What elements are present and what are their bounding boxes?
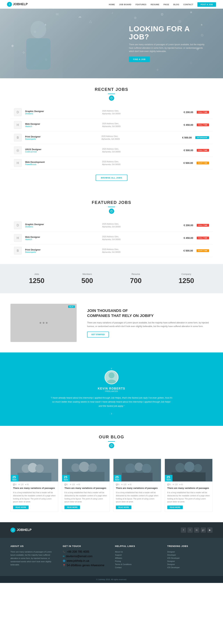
- dot-2: [43, 322, 45, 324]
- table-row[interactable]: D Graphic Designer Devitems 2020 Address…: [11, 106, 212, 119]
- blog-meta-2: 💬 5 👁 120 ♥ 45: [62, 482, 110, 486]
- video-description: There are many variations of passages of…: [87, 321, 212, 328]
- stat-jobs: Jobs 1250: [29, 273, 45, 284]
- footer-trending-col: Trending Jobs Designer Developer iOS Dev…: [167, 545, 212, 569]
- blog-card-2: 25 NOV 💬 5 👁 120 ♥ 45 There are many var…: [62, 459, 110, 512]
- trending-1[interactable]: Designer: [167, 550, 212, 553]
- recent-jobs-section: RECENT JOBS D Graphic Designer Devitems …: [0, 78, 223, 191]
- featured-jobs-title: FEATURED JOBS: [0, 200, 223, 205]
- read-more-button-4[interactable]: READ MORE: [167, 506, 183, 509]
- social-googleplus[interactable]: g+: [201, 528, 206, 533]
- blog-day-1: 25: [12, 476, 17, 479]
- read-more-button-1[interactable]: READ MORE: [13, 506, 29, 509]
- footer-links-col: Helpful Links About Us Support Affiliate…: [115, 545, 160, 569]
- footer-logo: J JOBHELP: [11, 528, 32, 532]
- blog-comments-1: 💬 5: [13, 484, 17, 486]
- social-linkedin[interactable]: in: [194, 528, 199, 533]
- trending-6[interactable]: iOS Developer: [167, 566, 212, 569]
- footer-link-5[interactable]: Terms & Conditions: [115, 563, 160, 566]
- table-row[interactable]: H Web Designer Hastech 2020 Address Glen…: [11, 119, 212, 131]
- job-tag-1: FULL TIME: [197, 111, 209, 114]
- footer-about-col: About Us There are many variations of pa…: [11, 545, 56, 569]
- video-player[interactable]: PLAY: [11, 304, 77, 342]
- read-more-button-2[interactable]: READ MORE: [65, 506, 80, 509]
- get-started-button[interactable]: GET STARTED: [87, 332, 109, 338]
- trending-4[interactable]: Designer: [167, 560, 212, 563]
- table-row[interactable]: B Print Designer Boonexperts 2020 Addres…: [11, 131, 212, 144]
- job-info-1: Graphic Designer Devitems: [25, 110, 99, 115]
- nav-resume[interactable]: RESUME: [151, 4, 159, 6]
- stat-members-number: 500: [81, 277, 93, 284]
- job-info-2: Web Designer Hastech: [25, 123, 99, 127]
- blog-post-title-2: There are many variations of passages: [65, 486, 107, 490]
- contact-email-item: ✉ devitems@email.com: [63, 555, 108, 558]
- svg-point-27: [142, 464, 151, 473]
- feat-job-company-1: Devitems: [25, 226, 99, 228]
- trending-3[interactable]: iOS Developer: [167, 556, 212, 560]
- nav-jobboard[interactable]: JOB BOARD: [119, 4, 132, 6]
- stat-jobs-label: Jobs: [29, 273, 45, 276]
- footer-link-6[interactable]: Contact: [115, 566, 160, 569]
- svg-point-20: [71, 464, 80, 472]
- footer-link-4[interactable]: Pricing: [115, 560, 160, 563]
- logo[interactable]: J JOBHELP: [7, 2, 28, 7]
- job-info-3: Print Designer Boonexperts: [25, 135, 98, 140]
- feat-job-title-3: Print Designer: [25, 248, 99, 251]
- feat-job-location-1: 2020 Address Glen,Alpharetta, GA 30009: [102, 222, 176, 228]
- table-row[interactable]: H Web Development PowerBoosts 2020 Addre…: [11, 157, 212, 170]
- stat-members: Members 500: [81, 273, 93, 284]
- footer-trending-list: Designer Developer iOS Developer Designe…: [167, 550, 212, 569]
- job-location-3: 2020 Address Glen,Alpharetta, GA 30009: [101, 135, 174, 140]
- contact-phone: +86 208 785 4005: [67, 550, 89, 553]
- social-facebook[interactable]: f: [181, 528, 186, 533]
- trending-5[interactable]: Designer: [167, 563, 212, 566]
- blog-excerpt-1: It is a long established fact that a rea…: [13, 491, 56, 503]
- nav-post-job[interactable]: POST A JOB: [197, 2, 216, 7]
- blog-excerpt-3: It is a long established fact that a rea…: [116, 491, 158, 503]
- job-location-5: 2020 Address Glen,Alpharetta, GA 30009: [102, 160, 176, 166]
- social-twitter[interactable]: t: [187, 528, 193, 533]
- svg-point-17: [35, 464, 44, 473]
- svg-rect-28: [122, 473, 153, 481]
- stat-company: Company 1250: [178, 273, 194, 284]
- testimonial-role: FREELANCER: [18, 390, 205, 392]
- svg-point-8: [111, 211, 112, 212]
- job-icon-5: H: [14, 159, 22, 167]
- browse-all-jobs-button[interactable]: BROWSE ALL JOBS: [96, 175, 127, 181]
- hero-cta-button[interactable]: FIND A JOB: [129, 56, 150, 62]
- svg-point-32: [194, 464, 202, 472]
- blog-excerpt-2: It is a long established fact that a rea…: [65, 491, 107, 503]
- svg-point-10: [107, 380, 116, 384]
- video-section: PLAY JOIN THOUSANDS OFCOMPANIES THAT REL…: [0, 293, 223, 352]
- svg-point-26: [135, 462, 143, 471]
- blog-comments-3: 💬 5: [116, 484, 119, 486]
- job-tag-5: PART TIME: [196, 162, 209, 164]
- feat-job-location-3: 2020 Address Glen,Alpharetta, GA 30009: [102, 248, 176, 254]
- footer-link-3[interactable]: Affiliates: [115, 556, 160, 560]
- social-youtube[interactable]: ▶: [207, 528, 212, 533]
- contact-email: devitems@email.com: [66, 555, 93, 558]
- stat-resume-number: 700: [130, 277, 142, 284]
- table-row[interactable]: H Web Designer Hastech 2020 Address Glen…: [11, 232, 212, 244]
- job-company-4: CodeCarnival: [25, 151, 99, 153]
- job-title-2: Web Designer: [25, 123, 99, 125]
- job-icon-2: H: [14, 121, 22, 129]
- svg-point-21: [79, 462, 89, 472]
- table-row[interactable]: B Print Designer Boonexperts 2020 Addres…: [11, 244, 212, 257]
- nav-page[interactable]: PAGE: [164, 4, 169, 6]
- footer-about-title: About Us: [11, 545, 56, 548]
- table-row[interactable]: ◎ UI/UX Designer CodeCarnival 2020 Addre…: [11, 144, 212, 157]
- nav-home[interactable]: HOME: [109, 4, 115, 6]
- nav-contact[interactable]: CONTACT: [183, 4, 193, 6]
- testimonial-prev-button[interactable]: ‹: [111, 366, 112, 370]
- nav-features[interactable]: FEATURES: [136, 4, 146, 6]
- footer-link-1[interactable]: About Us: [115, 550, 160, 553]
- job-icon-3: B: [14, 134, 22, 142]
- trending-2[interactable]: Developer: [167, 553, 212, 556]
- table-row[interactable]: D Graphic Designer Devitems 2020 Address…: [11, 219, 212, 232]
- testimonial-next-button[interactable]: ›: [111, 412, 112, 416]
- svg-rect-18: [18, 473, 51, 481]
- read-more-button-3[interactable]: READ MORE: [116, 506, 131, 509]
- nav-blog[interactable]: BLOG: [173, 4, 179, 6]
- footer-link-2[interactable]: Support: [115, 553, 160, 556]
